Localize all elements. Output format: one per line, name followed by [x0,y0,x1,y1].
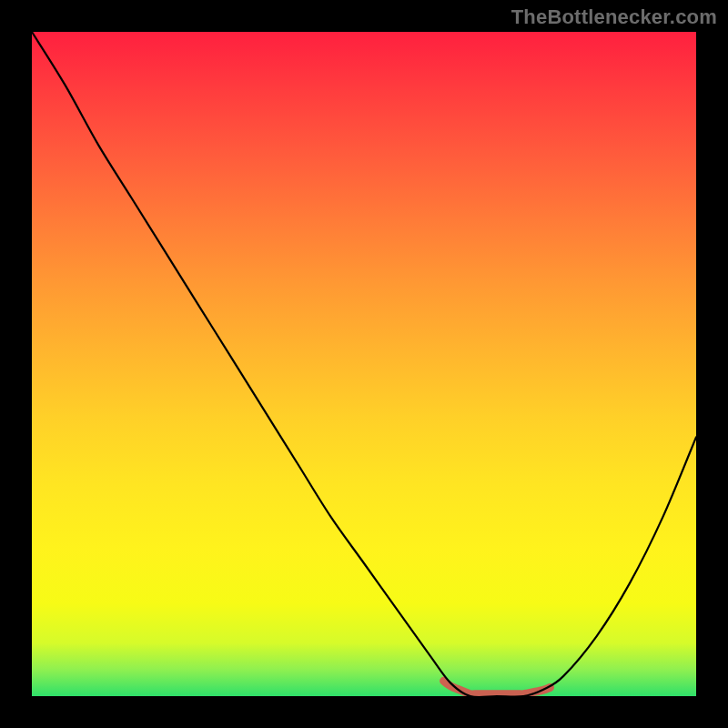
plot-area [32,32,696,696]
bottleneck-range-highlight [444,681,551,694]
curve-svg [32,32,696,696]
bottleneck-curve-line [32,32,696,696]
watermark-text: TheBottlenecker.com [511,5,717,29]
chart-container: TheBottlenecker.com [0,0,728,728]
